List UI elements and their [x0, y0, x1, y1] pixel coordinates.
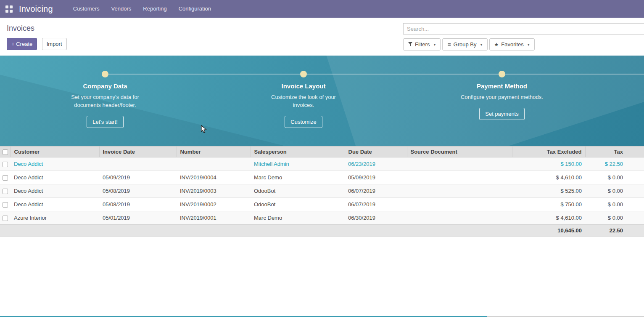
invoice-row[interactable]: Deco Addict05/08/2019INV/2019/0003OdooBo… [0, 184, 644, 198]
cell-tax-excluded[interactable]: $ 150.00 [512, 157, 585, 171]
menu-reporting[interactable]: Reporting [137, 0, 172, 18]
cell-customer[interactable]: Deco Addict [11, 157, 99, 171]
select-all-checkbox[interactable] [3, 149, 8, 155]
cell-invoice-date[interactable]: 05/08/2019 [99, 184, 177, 198]
cell-salesperson[interactable]: Mitchell Admin [251, 157, 345, 171]
cell-source-document[interactable] [407, 211, 512, 225]
action-buttons: + Create Import [7, 38, 67, 50]
step-title: Invoice Layout [204, 83, 403, 90]
group-by-label: Group By [454, 41, 477, 48]
top-navbar: Invoicing Customers Vendors Reporting Co… [0, 0, 644, 18]
cell-number[interactable] [177, 157, 251, 171]
col-header-tax[interactable]: Tax [585, 147, 644, 157]
cell-tax-excluded[interactable]: $ 4,610.00 [512, 171, 585, 184]
row-checkbox[interactable] [3, 175, 8, 181]
onboarding-steps: Company Data Set your company's data for… [0, 56, 644, 128]
row-checkbox[interactable] [3, 189, 8, 194]
plus-icon: + [11, 41, 15, 47]
col-header-invoice-date[interactable]: Invoice Date [99, 147, 177, 157]
caret-down-icon: ▾ [528, 43, 530, 47]
total-tax-excluded: 10,645.00 [512, 225, 585, 237]
cell-tax-excluded[interactable]: $ 4,610.00 [512, 211, 585, 225]
search-facet-buttons: Filters ▾ ≡ Group By ▾ ★ Favorites ▾ [403, 38, 644, 51]
cell-due-date[interactable]: 06/07/2019 [345, 184, 407, 198]
app-title[interactable]: Invoicing [19, 4, 53, 14]
filters-label: Filters [415, 41, 430, 48]
cell-salesperson[interactable]: Marc Demo [251, 171, 345, 184]
create-button[interactable]: + Create [7, 38, 37, 50]
totals-row: 10,645.00 22.50 [0, 225, 644, 237]
cell-source-document[interactable] [407, 198, 512, 211]
cell-salesperson[interactable]: OdooBot [251, 198, 345, 211]
filters-button[interactable]: Filters ▾ [403, 38, 441, 51]
cell-tax-excluded[interactable]: $ 750.00 [512, 198, 585, 211]
cell-invoice-date[interactable]: 05/09/2019 [99, 171, 177, 184]
invoice-row[interactable]: Deco Addict05/08/2019INV/2019/0002OdooBo… [0, 198, 644, 211]
menu-customers[interactable]: Customers [67, 0, 106, 18]
group-by-button[interactable]: ≡ Group By ▾ [442, 38, 487, 51]
cell-customer[interactable]: Deco Addict [11, 171, 99, 184]
row-checkbox[interactable] [3, 162, 8, 167]
onboarding-step-payment-method: Payment Method Configure your payment me… [403, 56, 601, 128]
cell-tax[interactable]: $ 0.00 [585, 211, 644, 225]
invoice-row[interactable]: Azure Interior05/01/2019INV/2019/0001Mar… [0, 211, 644, 225]
cell-invoice-date[interactable] [99, 157, 177, 171]
cell-number[interactable]: INV/2019/0002 [177, 198, 251, 211]
set-payments-button[interactable]: Set payments [479, 108, 525, 120]
row-checkbox[interactable] [3, 202, 8, 208]
step-description: Configure your payment methods. [403, 93, 601, 101]
lets-start-button[interactable]: Let's start! [87, 116, 124, 128]
col-header-customer[interactable]: Customer [11, 147, 99, 157]
cell-due-date[interactable]: 06/23/2019 [345, 157, 407, 171]
cell-tax[interactable]: $ 0.00 [585, 184, 644, 198]
cell-number[interactable]: INV/2019/0003 [177, 184, 251, 198]
col-header-number[interactable]: Number [177, 147, 251, 157]
total-tax: 22.50 [585, 225, 644, 237]
col-header-source-document[interactable]: Source Document [407, 147, 512, 157]
import-button[interactable]: Import [42, 38, 67, 50]
menu-configuration[interactable]: Configuration [173, 0, 217, 18]
invoice-table-body: Deco AddictMitchell Admin06/23/2019$ 150… [0, 157, 644, 225]
invoice-row[interactable]: Deco Addict05/09/2019INV/2019/0004Marc D… [0, 171, 644, 184]
cell-invoice-date[interactable]: 05/08/2019 [99, 198, 177, 211]
row-select-cell [0, 157, 11, 171]
cell-customer[interactable]: Deco Addict [11, 184, 99, 198]
row-select-cell [0, 198, 11, 211]
cell-source-document[interactable] [407, 171, 512, 184]
onboarding-step-invoice-layout: Invoice Layout Customize the look of you… [204, 56, 403, 128]
control-panel: Invoices + Create Import Filters ▾ ≡ Gro… [0, 18, 644, 56]
cell-due-date[interactable]: 06/07/2019 [345, 198, 407, 211]
favorites-button[interactable]: ★ Favorites ▾ [489, 38, 535, 51]
cell-customer[interactable]: Deco Addict [11, 198, 99, 211]
apps-menu-icon[interactable] [5, 5, 13, 13]
cell-invoice-date[interactable]: 05/01/2019 [99, 211, 177, 225]
menu-vendors[interactable]: Vendors [106, 0, 137, 18]
cell-due-date[interactable]: 06/30/2019 [345, 211, 407, 225]
col-header-due-date[interactable]: Due Date [345, 147, 407, 157]
cell-salesperson[interactable]: OdooBot [251, 184, 345, 198]
customize-button[interactable]: Customize [285, 116, 322, 128]
cell-number[interactable]: INV/2019/0001 [177, 211, 251, 225]
control-panel-right: Filters ▾ ≡ Group By ▾ ★ Favorites ▾ [403, 23, 644, 51]
cell-customer[interactable]: Azure Interior [11, 211, 99, 225]
cell-salesperson[interactable]: Marc Demo [251, 211, 345, 225]
row-checkbox[interactable] [3, 216, 8, 221]
step-title: Company Data [6, 83, 204, 90]
invoicing-app-page: Invoicing Customers Vendors Reporting Co… [0, 0, 644, 317]
col-header-salesperson[interactable]: Salesperson [251, 147, 345, 157]
cell-number[interactable]: INV/2019/0004 [177, 171, 251, 184]
step-description: Customize the look of your invoices. [204, 93, 403, 109]
col-header-tax-excluded[interactable]: Tax Excluded [512, 147, 585, 157]
cell-source-document[interactable] [407, 157, 512, 171]
cell-tax[interactable]: $ 0.00 [585, 198, 644, 211]
search-input[interactable] [403, 23, 644, 35]
bars-icon: ≡ [447, 42, 451, 48]
row-select-cell [0, 184, 11, 198]
cell-due-date[interactable]: 05/09/2019 [345, 171, 407, 184]
caret-down-icon: ▾ [433, 43, 435, 47]
cell-tax[interactable]: $ 22.50 [585, 157, 644, 171]
cell-tax[interactable]: $ 0.00 [585, 171, 644, 184]
cell-source-document[interactable] [407, 184, 512, 198]
invoice-row[interactable]: Deco AddictMitchell Admin06/23/2019$ 150… [0, 157, 644, 171]
cell-tax-excluded[interactable]: $ 525.00 [512, 184, 585, 198]
